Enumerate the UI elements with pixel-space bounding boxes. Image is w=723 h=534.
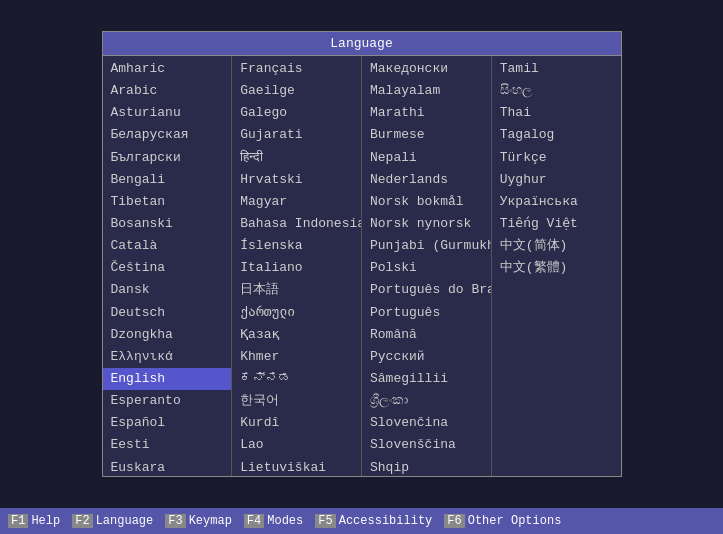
lang-item[interactable]: Gujarati — [232, 124, 361, 146]
lang-item[interactable]: Esperanto — [103, 390, 232, 412]
lang-item[interactable]: Русский — [362, 346, 491, 368]
footer-label: Keymap — [189, 514, 232, 528]
footer-item-f2[interactable]: F2Language — [72, 514, 153, 528]
lang-item[interactable]: Shqip — [362, 457, 491, 476]
lang-item[interactable]: Italiano — [232, 257, 361, 279]
language-dialog: Language AmharicArabicAsturianuБеларуска… — [102, 31, 622, 477]
lang-item[interactable]: 中文(简体) — [492, 235, 621, 257]
lang-item[interactable]: Sâmegillii — [362, 368, 491, 390]
lang-item[interactable]: Burmese — [362, 124, 491, 146]
lang-item[interactable]: Marathi — [362, 102, 491, 124]
lang-item[interactable]: Norsk nynorsk — [362, 213, 491, 235]
lang-item[interactable]: Deutsch — [103, 302, 232, 324]
lang-item[interactable]: Tibetan — [103, 191, 232, 213]
lang-item[interactable]: Tamil — [492, 58, 621, 80]
footer-key: F3 — [165, 514, 185, 528]
lang-item[interactable]: Nederlands — [362, 169, 491, 191]
footer-item-f4[interactable]: F4Modes — [244, 514, 303, 528]
lang-item[interactable]: Asturianu — [103, 102, 232, 124]
lang-item[interactable]: ಕನ್ನಡ — [232, 368, 361, 390]
lang-item[interactable]: Polski — [362, 257, 491, 279]
lang-item[interactable]: Tiếng Việt — [492, 213, 621, 235]
lang-item[interactable]: Magyar — [232, 191, 361, 213]
lang-item[interactable]: සිංහල — [492, 80, 621, 102]
footer-label: Help — [31, 514, 60, 528]
footer-key: F4 — [244, 514, 264, 528]
lang-item[interactable]: Español — [103, 412, 232, 434]
footer-key: F1 — [8, 514, 28, 528]
lang-column-1: FrançaisGaeilgeGalegoGujaratiहिन्दीHrvat… — [232, 56, 362, 476]
lang-item[interactable]: Malayalam — [362, 80, 491, 102]
lang-item[interactable]: Gaeilge — [232, 80, 361, 102]
lang-item[interactable]: Українська — [492, 191, 621, 213]
lang-item[interactable]: Hrvatski — [232, 169, 361, 191]
footer-item-f3[interactable]: F3Keymap — [165, 514, 232, 528]
lang-item[interactable]: Punjabi (Gurmukhi) — [362, 235, 491, 257]
footer-label: Language — [96, 514, 154, 528]
lang-item[interactable]: ශ්‍රීලංකා — [362, 390, 491, 412]
lang-item[interactable]: हिन्दी — [232, 147, 361, 169]
lang-column-2: МакедонскиMalayalamMarathiBurmeseNepaliN… — [362, 56, 492, 476]
footer-item-f1[interactable]: F1Help — [8, 514, 60, 528]
lang-item[interactable]: 日本語 — [232, 279, 361, 301]
language-list-container: AmharicArabicAsturianuБеларускаяБългарск… — [103, 56, 621, 476]
lang-item[interactable]: Türkçe — [492, 147, 621, 169]
lang-item[interactable]: Norsk bokmål — [362, 191, 491, 213]
footer-label: Modes — [267, 514, 303, 528]
lang-item[interactable]: Македонски — [362, 58, 491, 80]
lang-item[interactable]: Беларуская — [103, 124, 232, 146]
lang-item[interactable]: Čeština — [103, 257, 232, 279]
footer-label: Other Options — [468, 514, 562, 528]
lang-item[interactable]: Português do Brasil — [362, 279, 491, 301]
lang-item[interactable]: Română — [362, 324, 491, 346]
lang-item[interactable]: Uyghur — [492, 169, 621, 191]
lang-item[interactable]: Dansk — [103, 279, 232, 301]
lang-item[interactable]: Bengali — [103, 169, 232, 191]
dialog-title: Language — [103, 32, 621, 56]
lang-column-3: TamilසිංහලThaiTagalogTürkçeUyghurУкраїнс… — [492, 56, 621, 476]
lang-item[interactable]: ქართული — [232, 302, 361, 324]
footer-key: F6 — [444, 514, 464, 528]
lang-item[interactable]: Nepali — [362, 147, 491, 169]
lang-item[interactable]: Arabic — [103, 80, 232, 102]
lang-item[interactable]: Thai — [492, 102, 621, 124]
lang-item[interactable]: Euskara — [103, 457, 232, 476]
footer-item-f6[interactable]: F6Other Options — [444, 514, 561, 528]
lang-item[interactable]: Ελληνικά — [103, 346, 232, 368]
lang-item[interactable]: Tagalog — [492, 124, 621, 146]
footer-item-f5[interactable]: F5Accessibility — [315, 514, 432, 528]
lang-column-0: AmharicArabicAsturianuБеларускаяБългарск… — [103, 56, 233, 476]
footer-key: F5 — [315, 514, 335, 528]
lang-item[interactable]: Български — [103, 147, 232, 169]
lang-item[interactable]: Kurdî — [232, 412, 361, 434]
footer-key: F2 — [72, 514, 92, 528]
lang-item[interactable]: Khmer — [232, 346, 361, 368]
main-area: Language AmharicArabicAsturianuБеларуска… — [0, 0, 723, 508]
lang-item[interactable]: Català — [103, 235, 232, 257]
lang-item[interactable]: Lietuviškai — [232, 457, 361, 476]
lang-item[interactable]: 한국어 — [232, 390, 361, 412]
lang-item[interactable]: Français — [232, 58, 361, 80]
lang-item[interactable]: Eesti — [103, 434, 232, 456]
footer-label: Accessibility — [339, 514, 433, 528]
footer-bar: F1HelpF2LanguageF3KeymapF4ModesF5Accessi… — [0, 508, 723, 534]
lang-item[interactable]: Slovenčina — [362, 412, 491, 434]
lang-item[interactable]: Íslenska — [232, 235, 361, 257]
lang-item[interactable]: Galego — [232, 102, 361, 124]
lang-item[interactable]: English — [103, 368, 232, 390]
lang-item[interactable]: Қазақ — [232, 324, 361, 346]
lang-item[interactable]: 中文(繁體) — [492, 257, 621, 279]
lang-item[interactable]: Português — [362, 302, 491, 324]
lang-item[interactable]: Dzongkha — [103, 324, 232, 346]
lang-item[interactable]: Amharic — [103, 58, 232, 80]
lang-item[interactable]: Slovenščina — [362, 434, 491, 456]
lang-item[interactable]: Bosanski — [103, 213, 232, 235]
lang-item[interactable]: Bahasa Indonesia — [232, 213, 361, 235]
lang-item[interactable]: Lao — [232, 434, 361, 456]
